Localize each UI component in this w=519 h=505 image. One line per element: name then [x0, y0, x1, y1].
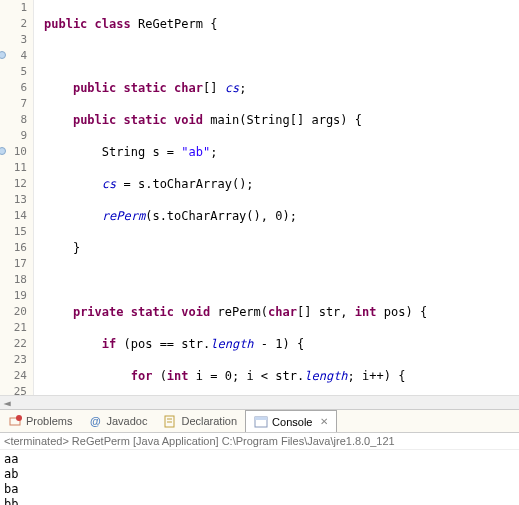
tab-console[interactable]: Console ✕ [245, 410, 337, 432]
tab-label: Console [272, 416, 312, 428]
tab-javadoc[interactable]: @ Javadoc [80, 410, 155, 432]
line-number: 17 [0, 256, 27, 272]
line-number: 14 [0, 208, 27, 224]
line-number: 13 [0, 192, 27, 208]
console-line: aa [4, 452, 515, 467]
console-line: ab [4, 467, 515, 482]
line-number: 22 [0, 336, 27, 352]
line-number: 6 [0, 80, 27, 96]
line-number: 20 [0, 304, 27, 320]
line-number: 5 [0, 64, 27, 80]
problems-icon [8, 414, 22, 428]
svg-rect-6 [255, 417, 267, 420]
console-output[interactable]: aa ab ba bb [0, 450, 519, 505]
line-number: 2 [0, 16, 27, 32]
tab-label: Problems [26, 415, 72, 427]
line-number: 19 [0, 288, 27, 304]
close-icon[interactable]: ✕ [320, 416, 328, 427]
horizontal-scrollbar[interactable]: ◄ [0, 395, 519, 409]
code-editor[interactable]: 1 2 3 4 5 6 7 8 9 10 11 12 13 14 15 16 1… [0, 0, 519, 395]
line-number: 21 [0, 320, 27, 336]
tab-label: Javadoc [106, 415, 147, 427]
console-view: <terminated> ReGetPerm [Java Application… [0, 433, 519, 505]
annotation-icon [0, 147, 6, 155]
line-number: 8 [0, 112, 27, 128]
line-number: 4 [0, 48, 27, 64]
console-line: ba [4, 482, 515, 497]
line-number: 9 [0, 128, 27, 144]
annotation-icon [0, 51, 6, 59]
line-number: 10 [0, 144, 27, 160]
tab-problems[interactable]: Problems [0, 410, 80, 432]
line-number: 1 [0, 0, 27, 16]
views-tabbar: Problems @ Javadoc Declaration Console ✕ [0, 409, 519, 433]
line-number: 24 [0, 368, 27, 384]
code-area[interactable]: public class ReGetPerm { public static c… [34, 0, 519, 395]
tab-label: Declaration [181, 415, 237, 427]
console-line: bb [4, 497, 515, 505]
line-number: 23 [0, 352, 27, 368]
svg-point-1 [16, 415, 22, 421]
line-number: 25 [0, 384, 27, 400]
line-number: 15 [0, 224, 27, 240]
console-header: <terminated> ReGetPerm [Java Application… [0, 433, 519, 450]
line-number: 11 [0, 160, 27, 176]
declaration-icon [163, 414, 177, 428]
tab-declaration[interactable]: Declaration [155, 410, 245, 432]
javadoc-icon: @ [88, 414, 102, 428]
line-number-gutter: 1 2 3 4 5 6 7 8 9 10 11 12 13 14 15 16 1… [0, 0, 34, 395]
line-number: 16 [0, 240, 27, 256]
line-number: 3 [0, 32, 27, 48]
line-number: 12 [0, 176, 27, 192]
line-number: 7 [0, 96, 27, 112]
line-number: 18 [0, 272, 27, 288]
console-icon [254, 415, 268, 429]
